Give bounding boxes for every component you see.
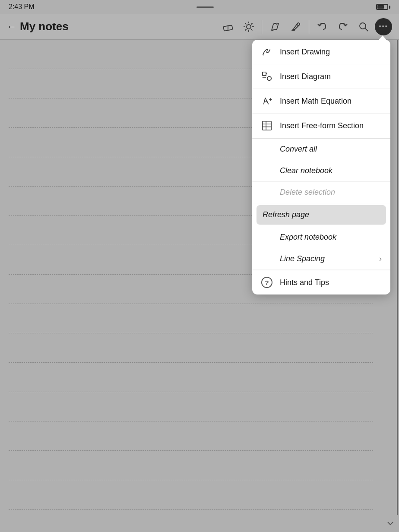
scrollbar-track[interactable] (396, 40, 399, 515)
more-button[interactable]: ··· (375, 18, 392, 35)
menu-item-insert-drawing[interactable]: Insert Drawing (252, 40, 390, 64)
notebook-line (9, 451, 373, 480)
question-icon: ? (261, 276, 273, 288)
svg-line-9 (251, 23, 253, 24)
menu-label-refresh-page: Refresh page (263, 210, 380, 219)
drawing-icon (261, 46, 273, 58)
brightness-button[interactable] (239, 17, 258, 36)
undo-button[interactable] (313, 17, 332, 36)
notebook-line (9, 392, 373, 421)
menu-item-insert-math[interactable]: Insert Math Equation (252, 89, 390, 114)
status-center-line (196, 6, 214, 8)
svg-line-14 (365, 28, 368, 31)
scroll-down-button[interactable] (382, 515, 399, 532)
back-button[interactable]: ← My notes (7, 20, 69, 33)
menu-item-delete-selection[interactable]: Delete selection (252, 182, 390, 203)
menu-item-insert-diagram[interactable]: Insert Diagram (252, 64, 390, 89)
menu-label-insert-drawing: Insert Drawing (280, 48, 382, 57)
eraser-button[interactable] (218, 17, 238, 36)
menu-item-hints-tips[interactable]: ? Hints and Tips (252, 270, 390, 294)
notebook-line (9, 333, 373, 363)
toolbar-divider (262, 20, 262, 34)
menu-label-line-spacing: Line Spacing (280, 254, 372, 263)
menu-item-insert-freeform[interactable]: Insert Free-form Section (252, 114, 390, 138)
more-dots-icon: ··· (379, 22, 388, 31)
menu-item-convert-all[interactable]: Convert all (252, 139, 390, 160)
math-icon (261, 95, 273, 107)
toolbar-left: ← My notes (7, 20, 218, 33)
chevron-right-icon: › (379, 254, 382, 263)
svg-line-8 (251, 29, 253, 30)
svg-point-13 (360, 23, 366, 29)
menu-label-delete-selection: Delete selection (280, 188, 382, 197)
battery-icon (376, 4, 390, 10)
notebook-line (9, 304, 373, 333)
svg-point-16 (267, 76, 271, 80)
svg-rect-19 (263, 121, 271, 130)
svg-line-7 (245, 23, 247, 24)
page-title: My notes (20, 20, 69, 33)
menu-item-refresh-page[interactable]: Refresh page (256, 205, 386, 225)
notebook-line (9, 363, 373, 392)
svg-line-10 (245, 29, 247, 30)
svg-rect-15 (263, 72, 266, 76)
menu-item-clear-notebook[interactable]: Clear notebook (252, 160, 390, 182)
svg-line-12 (297, 24, 298, 26)
toolbar-right: ··· (218, 17, 392, 36)
status-bar: 2:43 PM (0, 0, 399, 14)
toolbar-divider-2 (309, 20, 309, 34)
search-button[interactable] (354, 17, 373, 36)
status-time: 2:43 PM (9, 3, 35, 11)
menu-item-export-notebook[interactable]: Export notebook (252, 227, 390, 248)
menu-label-insert-math: Insert Math Equation (280, 97, 382, 106)
dropdown-menu: Insert Drawing Insert Diagram Insert Mat… (252, 40, 390, 294)
dropdown-arrow (378, 35, 387, 41)
back-arrow-icon: ← (7, 21, 16, 32)
diagram-icon (261, 70, 273, 82)
notebook-line (9, 480, 373, 510)
menu-label-insert-freeform: Insert Free-form Section (280, 121, 382, 130)
menu-item-line-spacing[interactable]: Line Spacing › (252, 248, 390, 270)
menu-label-insert-diagram: Insert Diagram (280, 72, 382, 81)
scrollbar-thumb (397, 40, 398, 515)
toolbar: ← My notes (0, 14, 399, 40)
pencil-button[interactable] (286, 17, 305, 36)
freeform-icon (261, 120, 273, 132)
menu-label-export-notebook: Export notebook (280, 233, 382, 242)
pen-button[interactable] (266, 17, 285, 36)
menu-label-clear-notebook: Clear notebook (280, 166, 382, 175)
menu-label-convert-all: Convert all (280, 145, 382, 154)
redo-button[interactable] (333, 17, 352, 36)
notebook-line (9, 421, 373, 451)
svg-point-2 (247, 25, 251, 29)
menu-label-hints-tips: Hints and Tips (280, 278, 382, 287)
